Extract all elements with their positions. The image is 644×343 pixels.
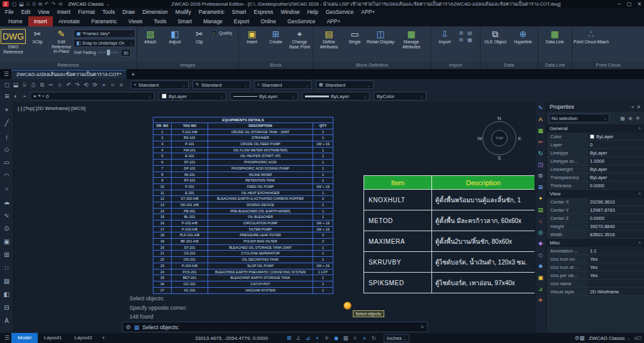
- property-row[interactable]: Linetype ByLayer: [547, 149, 644, 157]
- side-tool-button[interactable]: ▣: [538, 273, 543, 282]
- toolbar-icon[interactable]: ⌗: [108, 79, 117, 90]
- menu-item[interactable]: Window: [277, 8, 303, 16]
- menu-item[interactable]: Edit: [18, 8, 35, 16]
- toolbar-icon[interactable]: ↶: [64, 79, 73, 90]
- toolbar-icon[interactable]: ✂: [47, 79, 55, 90]
- slider-handle[interactable]: [107, 50, 110, 55]
- maximize-button[interactable]: ▢: [627, 1, 632, 7]
- draw-tool-button[interactable]: ⌖: [1, 103, 13, 116]
- ribbon-tab[interactable]: Tools: [148, 16, 172, 26]
- property-row[interactable]: Center Z 0.0000: [547, 214, 644, 222]
- import-button[interactable]: ⇩ Import: [433, 28, 457, 45]
- xclip-button[interactable]: ✂ XClip: [26, 28, 49, 45]
- property-row[interactable]: Width 83501.3516: [547, 231, 644, 239]
- style-dropdown[interactable]: ✎ Standard ⌄: [192, 80, 250, 89]
- side-tool-button[interactable]: A: [538, 115, 542, 124]
- property-row[interactable]: Layer 0: [547, 141, 644, 149]
- toolbar-icon[interactable]: ≡: [117, 79, 126, 90]
- xref-fading-value[interactable]: 50: [121, 49, 131, 57]
- side-tool-button[interactable]: ✂: [538, 138, 543, 146]
- menu-item[interactable]: Format: [74, 8, 99, 16]
- hamburger-icon[interactable]: ☰: [4, 71, 9, 77]
- property-row[interactable]: Thickness 0.0000: [547, 182, 644, 190]
- compass-top[interactable]: TOP: [491, 130, 508, 146]
- status-icon[interactable]: ▢: [638, 335, 641, 341]
- draw-tool-button[interactable]: ∿: [1, 209, 13, 222]
- linetype-dropdown[interactable]: ByLayer ⌄: [230, 92, 298, 101]
- status-toggle-icon[interactable]: ∠: [294, 333, 303, 343]
- toolbar-icon[interactable]: ⌁: [20, 90, 29, 102]
- quick-access-icon[interactable]: ↷: [52, 0, 56, 8]
- menu-item[interactable]: Smart: [228, 8, 250, 16]
- units-dropdown[interactable]: Inches ⌄: [384, 334, 409, 342]
- draw-tool-button[interactable]: ▣: [1, 235, 13, 248]
- edit-reference-button[interactable]: ✎ Edit Reference In-Place: [50, 28, 73, 54]
- viewport-label[interactable]: [-] [Top] [2D Wireframe] [WCS]: [18, 106, 86, 111]
- color-dropdown[interactable]: ByLayer ⌄: [158, 92, 226, 101]
- side-tool-button[interactable]: ◇: [538, 251, 543, 259]
- property-row[interactable]: Ucs icon on Yes: [547, 255, 644, 263]
- menu-item[interactable]: Modify: [172, 8, 195, 16]
- menu-item[interactable]: Help: [303, 8, 321, 16]
- menu-item[interactable]: File: [1, 8, 18, 16]
- ribbon-tab[interactable]: Annotate: [53, 16, 86, 26]
- gear-icon[interactable]: ⚙: [126, 324, 131, 330]
- data-link-button[interactable]: ▦ Data Link: [540, 28, 570, 45]
- drawing-canvas[interactable]: [-] [Top] [2D Wireframe] [WCS] EQUIPMENT…: [14, 102, 535, 333]
- toolbar-icon[interactable]: ⟳: [91, 79, 99, 90]
- panel-caption[interactable]: Import: [431, 62, 480, 69]
- side-tool-button[interactable]: ⊞: [538, 183, 543, 192]
- menu-item[interactable]: View: [34, 8, 53, 16]
- property-row[interactable]: Center X 20296.3610: [547, 198, 644, 206]
- import-mini-icon[interactable]: ▤: [466, 30, 474, 36]
- workspace-selector[interactable]: ZWCAD Classic ⌄: [68, 1, 109, 7]
- layout-menu-icon[interactable]: ☰: [3, 335, 11, 341]
- lineweight-dropdown[interactable]: ByLayer ⌄: [302, 92, 370, 101]
- status-toggle-icon[interactable]: ⊿: [303, 333, 313, 343]
- properties-section-view[interactable]: View ˄: [547, 190, 644, 198]
- close-button[interactable]: ✕: [637, 1, 641, 7]
- style-dropdown[interactable]: ⌖ Standard ⌄: [131, 80, 189, 89]
- manage-attributes-button[interactable]: ▦ Manage Attributes: [396, 28, 427, 49]
- ribbon-tab[interactable]: Views: [123, 16, 148, 26]
- minimize-button[interactable]: ─: [618, 1, 621, 7]
- status-toggle-icon[interactable]: ≡: [350, 333, 360, 343]
- menu-item[interactable]: GeoService: [322, 8, 357, 16]
- style-dropdown[interactable]: ⌗ Standard ⌄: [254, 80, 312, 89]
- status-toggle-icon[interactable]: ⊞: [284, 333, 294, 343]
- define-attributes-button[interactable]: ▤ Define Attributes: [314, 28, 343, 49]
- toolbar-icon[interactable]: ↷: [73, 79, 82, 90]
- view-compass[interactable]: N S W E TOP: [478, 117, 521, 160]
- selection-tool-icon[interactable]: ▦: [619, 116, 626, 121]
- chevron-up-icon[interactable]: ˄: [421, 324, 424, 330]
- attach-image-button[interactable]: ▧ Attach: [138, 28, 162, 45]
- side-tool-button[interactable]: ⚙: [538, 172, 543, 180]
- compass-east[interactable]: E: [518, 136, 521, 141]
- panel-caption[interactable]: Reference: [0, 62, 136, 69]
- property-row[interactable]: Annotation ... 1:1: [547, 247, 644, 255]
- ole-object-button[interactable]: ⧉ OLE Object: [482, 28, 509, 45]
- quick-access-icon[interactable]: ▢: [12, 0, 17, 8]
- ribbon-tab[interactable]: Insert: [28, 16, 53, 26]
- hyperlink-button[interactable]: ⊕ Hyperlink: [509, 28, 536, 45]
- selection-tool-icon[interactable]: ⊕: [626, 116, 634, 121]
- ribbon-tab[interactable]: Export: [228, 16, 255, 26]
- panel-caption[interactable]: Block Definition: [313, 62, 431, 69]
- single-button[interactable]: ▭ Single: [344, 28, 365, 45]
- draw-tool-button[interactable]: ⊙: [1, 222, 13, 235]
- ribbon-tab[interactable]: Online: [255, 16, 282, 26]
- property-row[interactable]: Transparency ByLayer: [547, 173, 644, 182]
- side-tool-button[interactable]: ▤: [538, 205, 543, 214]
- selection-tool-icon[interactable]: ✛: [634, 116, 641, 121]
- clip-image-button[interactable]: ✂ Clip: [187, 28, 211, 45]
- toolbar-icon[interactable]: ⧉: [38, 79, 47, 90]
- quick-access-icon[interactable]: ↶: [45, 0, 49, 8]
- compass-south[interactable]: S: [497, 155, 501, 161]
- panel-caption[interactable]: Data Link: [538, 62, 572, 69]
- layer-dropdown[interactable]: ●☀▪ 0 ⌄: [30, 92, 155, 101]
- panel-caption[interactable]: Point Cloud: [572, 62, 644, 69]
- quick-access-icon[interactable]: ⟲: [58, 0, 62, 8]
- retain-display-button[interactable]: ◫ Retain Display: [366, 28, 395, 45]
- ribbon-tab[interactable]: GeoService: [282, 16, 321, 26]
- quick-access-icon[interactable]: ⬓: [19, 0, 25, 8]
